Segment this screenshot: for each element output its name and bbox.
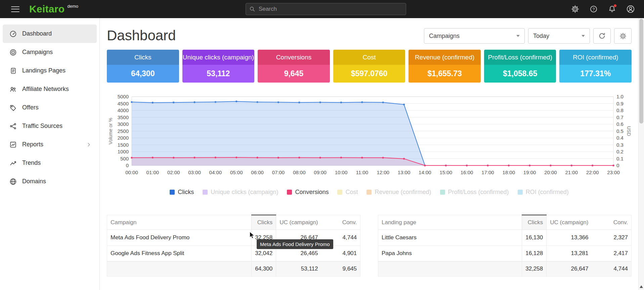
column-header-conv[interactable]: Conv. <box>592 215 632 230</box>
svg-text:2500: 2500 <box>118 128 129 134</box>
table-row[interactable]: Papa Johns16,12813,2812,417 <box>378 246 632 261</box>
sidebar-item-label: Domains <box>22 178 46 185</box>
sidebar-item-affiliate-networks[interactable]: Affiliate Networks <box>3 80 97 98</box>
stat-card-profit-loss-confirmed[interactable]: Profit/Loss (confirmed)$1,058.65 <box>484 50 556 83</box>
notification-dot <box>614 4 616 7</box>
legend-swatch <box>287 190 292 195</box>
legend-item-cost[interactable]: Cost <box>337 189 358 196</box>
sidebar-item-dashboard[interactable]: Dashboard <box>3 25 97 43</box>
svg-text:1000: 1000 <box>118 149 129 154</box>
traffic-sources-icon <box>9 123 17 130</box>
value-cell: 13,366 <box>547 230 592 246</box>
dashboard-icon <box>9 30 17 38</box>
sidebar-item-offers[interactable]: Offers <box>3 98 97 117</box>
stat-card-value: 64,300 <box>107 65 179 83</box>
svg-text:2000: 2000 <box>118 135 129 141</box>
stat-card-value: $597.0760 <box>333 65 405 83</box>
stat-card-cost[interactable]: Cost$597.0760 <box>333 50 405 83</box>
totals-cell: 64,300 <box>252 261 276 277</box>
domains-icon <box>9 178 17 185</box>
column-header-uc-campaign[interactable]: UC (campaign) <box>276 215 321 230</box>
svg-text:09:00: 09:00 <box>314 170 327 175</box>
row-tooltip: Meta Ads Food Delivery Promo <box>257 239 333 249</box>
refresh-button[interactable] <box>593 28 611 44</box>
top-bar: Keitaro demo ? <box>0 0 644 18</box>
svg-text:16:00: 16:00 <box>461 170 473 175</box>
svg-text:13:00: 13:00 <box>398 170 411 175</box>
sidebar-item-reports[interactable]: Reports <box>3 135 97 154</box>
help-icon[interactable]: ? <box>589 4 598 14</box>
page-title: Dashboard <box>107 28 176 44</box>
value-cell: 16,130 <box>522 230 547 246</box>
svg-text:15:00: 15:00 <box>439 170 452 175</box>
legend-swatch <box>518 190 523 195</box>
legend-label: Clicks <box>178 189 194 196</box>
svg-text:3500: 3500 <box>118 114 129 120</box>
legend-item-profit-loss-confirmed[interactable]: Profit/Loss (confirmed) <box>440 189 509 196</box>
search-icon <box>249 6 255 12</box>
svg-text:23:00: 23:00 <box>607 170 620 175</box>
gear-icon <box>619 33 627 40</box>
sidebar-item-label: Trends <box>22 159 41 166</box>
svg-text:3000: 3000 <box>118 121 129 127</box>
svg-text:5000: 5000 <box>118 94 129 99</box>
account-avatar-icon[interactable] <box>626 4 635 14</box>
column-header-landing-page[interactable]: Landing page <box>378 215 522 230</box>
header-controls: Campaigns Today <box>424 28 632 44</box>
svg-text:04:00: 04:00 <box>209 170 222 175</box>
value-cell: 16,128 <box>522 246 547 261</box>
sidebar-item-trends[interactable]: Trends <box>3 154 97 172</box>
svg-text:0.6: 0.6 <box>616 121 624 127</box>
svg-text:06:00: 06:00 <box>251 170 264 175</box>
svg-text:0.9: 0.9 <box>616 101 624 106</box>
column-header-clicks[interactable]: Clicks <box>252 215 276 230</box>
trends-icon <box>9 159 17 167</box>
totals-cell: 53,112 <box>276 261 321 277</box>
legend-item-conversions[interactable]: Conversions <box>287 189 329 196</box>
totals-cell <box>378 261 522 277</box>
hamburger-menu-icon[interactable] <box>11 6 19 12</box>
scrollbar-thumb[interactable] <box>639 19 643 124</box>
svg-text:19:00: 19:00 <box>523 170 536 175</box>
column-header-clicks[interactable]: Clicks <box>522 215 547 230</box>
stat-card-conversions[interactable]: Conversions9,645 <box>258 50 330 83</box>
date-range-select[interactable]: Today <box>528 28 590 44</box>
sidebar-item-campaigns[interactable]: Campaigns <box>3 43 97 61</box>
sidebar-item-label: Offers <box>22 104 39 111</box>
stat-card-clicks[interactable]: Clicks64,300 <box>107 50 179 83</box>
table-row[interactable]: Little Caesars16,13013,3662,327 <box>378 230 632 246</box>
svg-text:0.3: 0.3 <box>616 142 624 148</box>
search-input[interactable] <box>258 5 402 13</box>
dashboard-settings-button[interactable] <box>614 28 632 44</box>
svg-text:02:00: 02:00 <box>167 170 180 175</box>
stat-card-label: ROI (confirmed) <box>559 50 632 65</box>
gear-icon[interactable] <box>570 4 580 14</box>
legend-item-roi-confirmed[interactable]: ROI (confirmed) <box>518 189 569 196</box>
svg-text:11:00: 11:00 <box>356 170 368 175</box>
grouping-select[interactable]: Campaigns <box>424 28 525 44</box>
notifications-bell-icon[interactable] <box>607 4 617 14</box>
column-header-campaign[interactable]: Campaign <box>107 215 252 230</box>
sidebar-item-domains[interactable]: Domains <box>3 172 97 191</box>
legend-item-revenue-confirmed[interactable]: Revenue (confirmed) <box>367 189 431 196</box>
legend-swatch <box>170 190 175 195</box>
sidebar-item-traffic-sources[interactable]: Traffic Sources <box>3 117 97 135</box>
totals-row: 32,25826,6474,744 <box>378 261 632 277</box>
stat-card-roi-confirmed[interactable]: ROI (confirmed)177.31% <box>559 50 632 83</box>
stat-card-revenue-confirmed[interactable]: Revenue (confirmed)$1,655.73 <box>409 50 481 83</box>
stat-card-unique-clicks-campaign[interactable]: Unique clicks (campaign)53,112 <box>182 50 255 83</box>
legend-item-clicks[interactable]: Clicks <box>170 189 194 196</box>
column-header-conv[interactable]: Conv. <box>321 215 360 230</box>
svg-text:07:00: 07:00 <box>272 170 285 175</box>
stat-card-label: Unique clicks (campaign) <box>182 50 255 65</box>
landings-pages-icon <box>9 67 17 75</box>
legend-item-unique-clicks-campaign[interactable]: Unique clicks (campaign) <box>203 189 278 196</box>
svg-text:12:00: 12:00 <box>377 170 389 175</box>
reports-icon <box>9 141 17 148</box>
sidebar-item-landings-pages[interactable]: Landings Pages <box>3 61 97 80</box>
totals-cell: 32,258 <box>522 261 547 277</box>
svg-text:05:00: 05:00 <box>230 170 243 175</box>
legend-swatch <box>440 190 445 195</box>
scroll-up-arrow-icon[interactable] <box>640 285 643 288</box>
column-header-uc-campaign[interactable]: UC (campaign) <box>547 215 592 230</box>
